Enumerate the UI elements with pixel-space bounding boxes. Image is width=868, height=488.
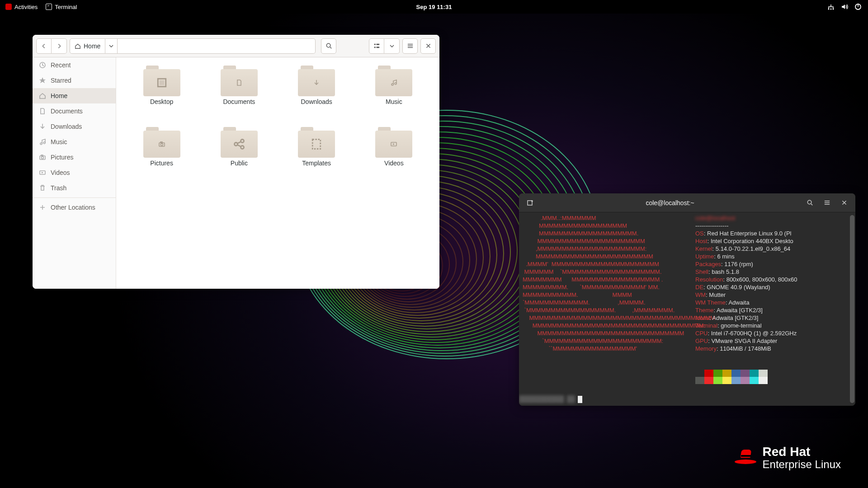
chevron-right-icon	[56, 43, 62, 49]
neofetch-ascii-art: .MMM..:MMMMMMM MMMMMMMMMMMMMMMMMM MMMMMM…	[523, 214, 852, 352]
sidebar-item-home[interactable]: Home	[33, 88, 116, 103]
terminal-menu-button[interactable]	[819, 196, 835, 210]
close-button[interactable]	[420, 38, 436, 54]
svg-rect-23	[160, 142, 162, 143]
svg-rect-4	[858, 4, 859, 7]
home-icon	[39, 92, 46, 99]
files-icon-grid[interactable]: Desktop Documents Downloads Music Pictur…	[116, 57, 439, 289]
files-sidebar: RecentStarredHomeDocumentsDownloadsMusic…	[33, 57, 116, 289]
folder-desktop[interactable]: Desktop	[125, 66, 198, 124]
path-dropdown-button[interactable]	[105, 38, 118, 54]
svg-point-26	[241, 146, 244, 149]
folder-documents[interactable]: Documents	[203, 66, 275, 124]
folder-music[interactable]: Music	[358, 66, 430, 124]
svg-point-25	[241, 140, 244, 143]
path-label: Home	[84, 42, 100, 50]
sidebar-item-other-locations[interactable]: Other Locations	[33, 200, 116, 215]
folder-icon	[221, 66, 258, 96]
svg-rect-9	[376, 47, 379, 48]
redhat-fedora-icon	[735, 450, 756, 466]
new-tab-button[interactable]	[523, 196, 538, 210]
brand-line1: Red Hat	[763, 445, 841, 458]
search-button[interactable]	[321, 38, 336, 54]
sidebar-item-music[interactable]: Music	[33, 134, 116, 150]
svg-point-24	[234, 143, 237, 146]
activities-label: Activities	[14, 4, 38, 10]
hamburger-icon	[824, 199, 830, 206]
down-icon	[39, 123, 46, 130]
plus-icon	[39, 204, 46, 211]
path-home-button[interactable]: Home	[70, 38, 105, 54]
folder-icon	[298, 127, 335, 158]
svg-point-5	[326, 43, 330, 47]
forward-button[interactable]	[52, 38, 67, 54]
sidebar-item-downloads[interactable]: Downloads	[33, 119, 116, 134]
sidebar-item-trash[interactable]: Trash	[33, 180, 116, 196]
activities-button[interactable]: Activities	[5, 4, 38, 10]
sidebar-item-label: Other Locations	[51, 204, 95, 211]
svg-point-1	[830, 9, 832, 10]
app-menu-terminal[interactable]: Terminal	[46, 4, 77, 10]
hamburger-menu-button[interactable]	[402, 38, 418, 54]
files-headerbar: Home	[33, 35, 439, 57]
address-bar[interactable]	[118, 38, 316, 54]
list-view-icon	[373, 42, 380, 49]
sidebar-item-label: Music	[51, 138, 67, 145]
star-icon	[39, 77, 46, 84]
chevron-left-icon	[41, 43, 47, 49]
doc-icon	[39, 108, 46, 115]
terminal-search-button[interactable]	[802, 196, 817, 210]
power-icon[interactable]	[854, 3, 862, 10]
nautilus-window: Home RecentStarredHomeDocumentsDownl	[33, 35, 439, 289]
sidebar-item-videos[interactable]: Videos	[33, 165, 116, 180]
folder-icon	[298, 66, 335, 96]
close-icon	[841, 200, 847, 206]
folder-label: Public	[231, 160, 248, 167]
shell-prompt: user@hostname~$	[519, 395, 582, 403]
clock[interactable]: Sep 19 11:31	[416, 4, 452, 10]
svg-point-30	[807, 200, 811, 204]
folder-downloads[interactable]: Downloads	[280, 66, 353, 124]
sidebar-item-recent[interactable]: Recent	[33, 57, 116, 73]
music-icon	[39, 138, 46, 145]
folder-icon	[375, 127, 412, 158]
sidebar-item-starred[interactable]: Starred	[33, 73, 116, 88]
terminal-close-button[interactable]	[836, 196, 852, 210]
folder-label: Music	[386, 98, 402, 105]
brand-line2: Enterprise Linux	[763, 459, 841, 470]
gnome-terminal-window: cole@localhost:~ .MMM..:MMMMMMM MMMMMMMM…	[519, 193, 855, 406]
folder-label: Desktop	[150, 98, 173, 105]
folder-label: Documents	[223, 98, 255, 105]
caret-down-icon	[109, 44, 113, 48]
svg-rect-27	[312, 140, 321, 149]
svg-point-14	[42, 157, 44, 159]
camera-icon	[39, 154, 46, 161]
network-icon[interactable]	[827, 3, 835, 10]
sidebar-item-pictures[interactable]: Pictures	[33, 150, 116, 165]
new-tab-icon	[527, 199, 534, 206]
terminal-scrollbar[interactable]	[850, 215, 854, 403]
caret-down-icon	[390, 44, 394, 48]
view-options-button[interactable]	[384, 38, 400, 54]
close-icon	[425, 43, 431, 49]
folder-pictures[interactable]: Pictures	[125, 127, 198, 186]
folder-templates[interactable]: Templates	[280, 127, 353, 186]
folder-videos[interactable]: Videos	[358, 127, 430, 186]
svg-rect-7	[374, 47, 375, 48]
terminal-icon	[46, 4, 52, 10]
terminal-viewport[interactable]: .MMM..:MMMMMMM MMMMMMMMMMMMMMMMMM MMMMMM…	[519, 212, 855, 406]
neofetch-color-palette	[695, 370, 768, 384]
clock-icon	[39, 61, 46, 69]
sidebar-item-label: Pictures	[51, 154, 74, 161]
neofetch-system-info: cole@localhost-----------------OS: Red H…	[695, 214, 797, 352]
app-menu-label: Terminal	[55, 4, 77, 10]
folder-public[interactable]: Public	[203, 127, 275, 186]
svg-point-22	[160, 144, 163, 146]
folder-label: Downloads	[301, 98, 332, 105]
volume-icon[interactable]	[841, 3, 848, 10]
back-button[interactable]	[36, 38, 52, 54]
sidebar-item-documents[interactable]: Documents	[33, 103, 116, 119]
home-icon	[75, 43, 81, 49]
folder-label: Videos	[384, 160, 404, 167]
view-toggle-button[interactable]	[369, 38, 384, 54]
